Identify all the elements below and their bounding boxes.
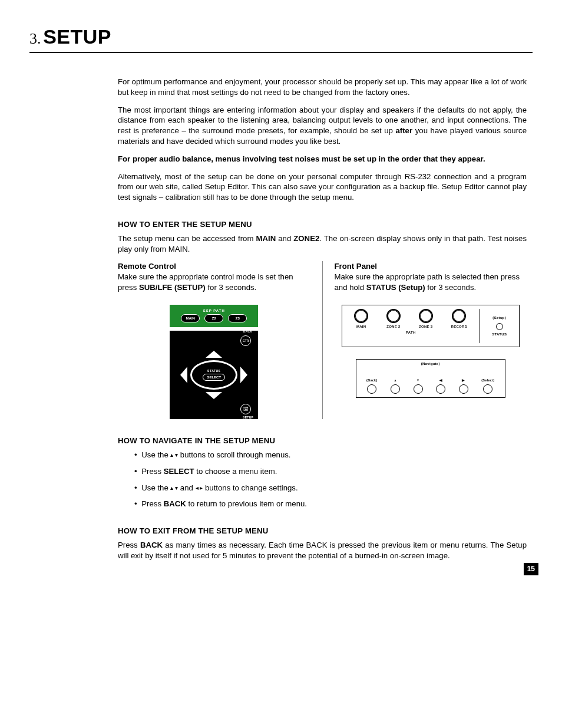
heading-enter: HOW TO ENTER THE SETUP MENU — [118, 219, 527, 230]
chapter-word: SETUP — [43, 25, 111, 48]
page-number: 15 — [524, 563, 538, 575]
ssp-path-strip: SSP PATH MAIN Z2 Z3 — [170, 305, 258, 327]
nav-left-button: ◀ — [436, 378, 445, 393]
remote-control-title: Remote Control — [118, 261, 310, 272]
intro-p4: Alternatively, most of the setup can be … — [118, 172, 527, 203]
intro-p2: The most important things are entering i… — [118, 105, 527, 147]
list-item: Press BACK to return to previous item or… — [141, 499, 527, 509]
front-panel-text: Make sure the appropriate path is select… — [335, 272, 527, 293]
up-down-arrow-icon: ▴ ▾ — [170, 452, 178, 458]
ctr-button: CTR — [240, 335, 251, 346]
up-down-arrow-icon: ▴ ▾ — [170, 485, 178, 491]
ssp-z2-button: Z2 — [204, 314, 223, 322]
list-item: Use the ▴ ▾ and ◂ ▸ buttons to change se… — [141, 483, 527, 493]
front-panel-diagram: MAIN ZONE 2 ZONE 3 RECORD PATH (Setup) S… — [335, 305, 527, 398]
nav-up-button: ▲ — [391, 378, 400, 393]
nav-down-button: ▼ — [414, 378, 423, 393]
heading-exit: HOW TO EXIT FROM THE SETUP MENU — [118, 526, 527, 536]
select-button: STATUS SELECT — [190, 360, 237, 390]
down-arrow-icon — [206, 392, 222, 399]
knob-record: RECORD — [451, 309, 468, 329]
status-button — [496, 323, 503, 330]
nav-right-button: ▶ — [459, 378, 468, 393]
list-item: Press SELECT to choose a menu item. — [141, 466, 527, 477]
dpad: BACK CTR STATUS SELECT SUB LFE SETUP — [170, 331, 258, 419]
ssp-z3-button: Z3 — [228, 314, 247, 322]
intro-p3: For proper audio balance, menus involvin… — [118, 154, 527, 164]
chapter-number: 3. — [29, 30, 41, 47]
navigate-list: Use the ▴ ▾ buttons to scroll through me… — [141, 450, 527, 509]
up-arrow-icon — [206, 351, 222, 358]
front-panel-title: Front Panel — [335, 261, 527, 272]
list-item: Use the ▴ ▾ buttons to scroll through me… — [141, 450, 527, 460]
ssp-main-button: MAIN — [181, 314, 200, 322]
enter-body: The setup menu can be accessed from MAIN… — [118, 233, 527, 255]
knob-main: MAIN — [354, 309, 368, 329]
knob-zone3: ZONE 3 — [419, 309, 433, 329]
sublfe-button: SUB LFE — [240, 404, 251, 414]
left-right-arrow-icon: ◂ ▸ — [196, 485, 203, 491]
intro-p1: For optimum performance and enjoyment, y… — [118, 77, 527, 98]
remote-diagram: SSP PATH MAIN Z2 Z3 BACK CTR STATUS — [118, 305, 310, 419]
remote-control-text: Make sure the appropriate control mode i… — [118, 272, 310, 293]
exit-body: Press BACK as many times as necessary. E… — [118, 540, 527, 561]
knob-zone2: ZONE 2 — [386, 309, 401, 329]
nav-select-button: (Select) — [481, 378, 494, 393]
left-arrow-icon — [180, 367, 187, 383]
heading-navigate: HOW TO NAVIGATE IN THE SETUP MENU — [118, 436, 527, 446]
right-arrow-icon — [240, 367, 247, 383]
chapter-title: 3. SETUP — [29, 24, 533, 53]
nav-back-button: (Back) — [366, 378, 378, 393]
